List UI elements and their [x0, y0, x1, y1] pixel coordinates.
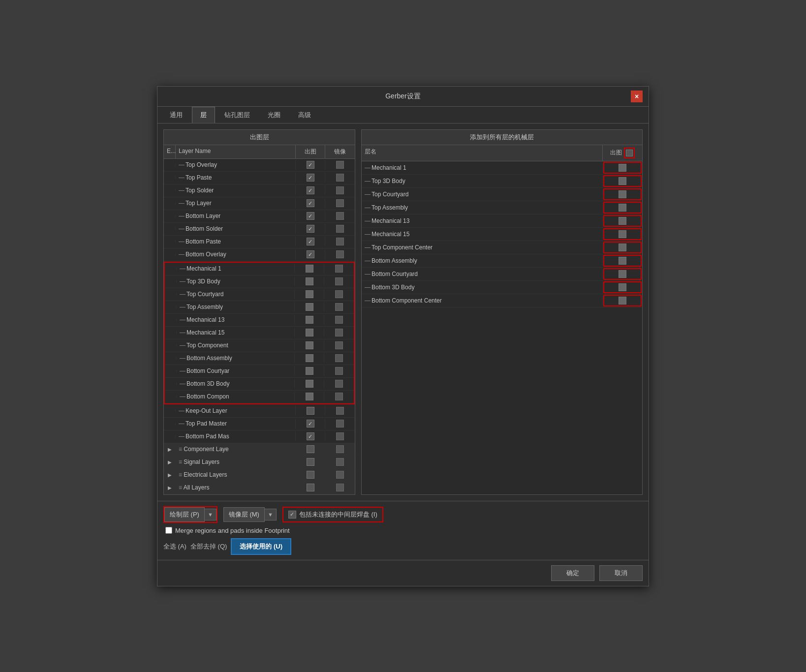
table-row: —Bottom Assembly — [362, 254, 642, 268]
checkbox-top-solder[interactable] — [307, 186, 314, 194]
table-row: —Top Assembly — [165, 301, 354, 314]
mirror-electrical-layers[interactable] — [336, 471, 344, 479]
mirror-bottomcourtyard[interactable] — [335, 367, 343, 375]
right-checkbox-bottom3d[interactable] — [619, 283, 626, 291]
mirror-top3d[interactable] — [335, 277, 343, 285]
checkbox-bottom-layer[interactable] — [307, 212, 314, 220]
right-checkbox-mech15[interactable] — [619, 230, 626, 238]
deselect-all-button[interactable]: 全部去掉 (Q) — [190, 541, 227, 552]
mirror-bottomassembly[interactable] — [335, 354, 343, 362]
right-checkbox-top3d[interactable] — [619, 177, 626, 185]
mirror-bottom-layer[interactable] — [336, 212, 344, 220]
left-panel: 出图层 E... Layer Name 出图 镜像 —Top Overlay — [163, 129, 355, 495]
col-expand: E... — [164, 145, 176, 158]
plot-layer-dropdown-arrow[interactable]: ▼ — [205, 509, 217, 520]
group-row-signal[interactable]: ▶ ≡ Signal Layers — [164, 456, 355, 469]
checkbox-mech1[interactable] — [306, 265, 313, 273]
right-col-output: 出图 — [603, 145, 642, 161]
tab-layers[interactable]: 层 — [192, 107, 215, 123]
checkbox-bottomcomponent[interactable] — [306, 393, 313, 400]
select-used-button[interactable]: 选择使用的 (U) — [231, 538, 291, 555]
checkbox-top-paste[interactable] — [307, 174, 314, 182]
plot-layer-section: 绘制层 (P) ▼ — [163, 506, 217, 523]
right-checkbox-topcourtyard[interactable] — [619, 190, 626, 198]
right-checkbox-topassembly[interactable] — [619, 204, 626, 212]
mirror-topcourtyard[interactable] — [335, 290, 343, 298]
mirror-top-paste[interactable] — [336, 174, 344, 182]
tab-aperture[interactable]: 光圈 — [259, 107, 289, 123]
group-row-electrical[interactable]: ▶ ≡ Electrical Layers — [164, 469, 355, 482]
mirror-layer-button[interactable]: 镜像层 (M) — [223, 507, 265, 522]
checkbox-mech15[interactable] — [306, 329, 313, 336]
checkbox-topcomponent[interactable] — [306, 341, 313, 349]
mirror-top-overlay[interactable] — [336, 161, 344, 169]
checkbox-bottom-overlay[interactable] — [307, 250, 314, 258]
checkbox-top-layer[interactable] — [307, 199, 314, 207]
close-button[interactable]: × — [631, 91, 643, 102]
right-checkbox-bottomcomponentcenter[interactable] — [619, 297, 626, 305]
plot-layer-button[interactable]: 绘制层 (P) — [164, 507, 205, 522]
merge-regions-label[interactable]: Merge regions and pads inside Footprint — [165, 527, 290, 534]
mirror-signal-layers[interactable] — [336, 458, 344, 466]
checkbox-bottomassembly[interactable] — [306, 354, 313, 362]
merge-regions-checkbox[interactable] — [165, 527, 172, 534]
checkbox-topcourtyard[interactable] — [306, 290, 313, 298]
cancel-button[interactable]: 取消 — [599, 565, 643, 581]
table-row: —Top Overlay — [164, 159, 355, 172]
select-all-button[interactable]: 全选 (A) — [163, 541, 186, 552]
mirror-keepout[interactable] — [336, 407, 344, 415]
mirror-topcomponent[interactable] — [335, 341, 343, 349]
checkbox-electrical-layers[interactable] — [307, 471, 314, 479]
right-checkbox-bottomassembly[interactable] — [619, 257, 626, 265]
mirror-toppadmaster[interactable] — [336, 420, 344, 428]
confirm-button[interactable]: 确定 — [551, 565, 594, 581]
checkbox-bottompadmaster[interactable] — [307, 432, 314, 440]
include-unconnected-checkbox[interactable] — [288, 511, 296, 519]
tab-drill[interactable]: 钻孔图层 — [216, 107, 258, 123]
checkbox-signal-layers[interactable] — [307, 458, 314, 466]
mirror-bottomcomponent[interactable] — [335, 393, 343, 400]
left-table[interactable]: E... Layer Name 出图 镜像 —Top Overlay —Top … — [163, 145, 355, 495]
mirror-bottom-overlay[interactable] — [336, 250, 344, 258]
checkbox-toppadmaster[interactable] — [307, 420, 314, 428]
mirror-bottom3d[interactable] — [335, 380, 343, 388]
right-checkbox-bottomcourtyard[interactable] — [619, 270, 626, 278]
table-row: —Top 3D Body — [362, 175, 642, 188]
mirror-layer-dropdown-arrow[interactable]: ▼ — [265, 509, 277, 520]
mirror-top-solder[interactable] — [336, 186, 344, 194]
group-row-component[interactable]: ▶ ≡ Component Laye — [164, 443, 355, 456]
mirror-mech13[interactable] — [335, 316, 343, 324]
tab-advanced[interactable]: 高级 — [290, 107, 319, 123]
include-unconnected-section: 包括未连接的中间层焊盘 (I) — [282, 507, 383, 522]
group-row-all[interactable]: ▶ ≡ All Layers — [164, 482, 355, 494]
checkbox-top3d[interactable] — [306, 277, 313, 285]
mirror-component-layer[interactable] — [336, 445, 344, 453]
table-row: —Mechanical 1 — [165, 263, 354, 275]
table-row: —Bottom Paste — [164, 236, 355, 248]
mirror-bottom-solder[interactable] — [336, 225, 344, 233]
checkbox-bottom3d[interactable] — [306, 380, 313, 388]
right-table[interactable]: 层名 出图 — [361, 145, 643, 495]
mirror-mech1[interactable] — [335, 265, 343, 273]
mech-section: —Mechanical 1 —Top 3D Body —Top Courtyar… — [164, 262, 355, 404]
right-checkbox-mech1[interactable] — [619, 164, 626, 172]
checkbox-topassembly[interactable] — [306, 303, 313, 311]
checkbox-keepout[interactable] — [307, 407, 314, 415]
tab-general[interactable]: 通用 — [161, 107, 191, 123]
mirror-topassembly[interactable] — [335, 303, 343, 311]
mirror-mech15[interactable] — [335, 329, 343, 336]
checkbox-mech13[interactable] — [306, 316, 313, 324]
right-checkbox-topcomponentcenter[interactable] — [619, 244, 626, 251]
mirror-bottompadmaster[interactable] — [336, 432, 344, 440]
checkbox-bottom-solder[interactable] — [307, 225, 314, 233]
right-checkbox-mech13[interactable] — [619, 217, 626, 225]
checkbox-top-overlay[interactable] — [307, 161, 314, 169]
checkbox-component-layer[interactable] — [307, 445, 314, 453]
checkbox-all-layers[interactable] — [307, 484, 314, 491]
mirror-all-layers[interactable] — [336, 484, 344, 491]
bottom-bar: 绘制层 (P) ▼ 镜像层 (M) ▼ 包括未连接的中间层焊盘 (I) Merg… — [157, 501, 649, 560]
mirror-bottom-paste[interactable] — [336, 238, 344, 245]
mirror-top-layer[interactable] — [336, 199, 344, 207]
checkbox-bottomcourtyard[interactable] — [306, 367, 313, 375]
checkbox-bottom-paste[interactable] — [307, 238, 314, 245]
